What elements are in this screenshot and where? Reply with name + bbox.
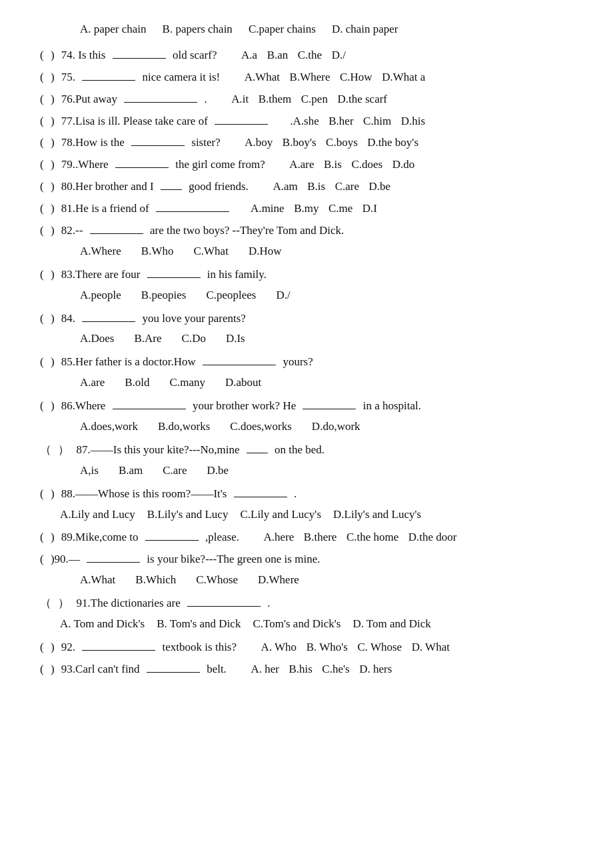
- paren-left: （: [40, 594, 54, 613]
- questions-container: ( ) 74. Is this old scarf? A.a B.an C.th…: [40, 46, 573, 679]
- option-87-0: A,is: [80, 461, 99, 481]
- q-text2: nice camera it is!: [139, 68, 223, 87]
- q-text: 74. Is this: [59, 46, 109, 65]
- option-89-2: C.the home: [340, 528, 398, 547]
- question-80: ( ) 80.Her brother and I good friends. A…: [40, 177, 573, 197]
- question-76: ( ) 76.Put away . A.it B.them C.pen D.th…: [40, 90, 573, 109]
- option-93-0: A. her: [246, 660, 279, 679]
- blank-77[interactable]: [215, 113, 268, 125]
- blank-90[interactable]: [87, 551, 140, 563]
- blank-82[interactable]: [90, 222, 143, 234]
- paren-left: (: [40, 177, 47, 197]
- paren-left: (: [40, 353, 47, 372]
- options-line-85: A.areB.oldC.manyD.about: [40, 373, 573, 393]
- paren-left: （: [40, 441, 54, 460]
- options-line-82: A.WhereB.WhoC.WhatD.How: [40, 242, 573, 261]
- option-85-1: B.old: [125, 373, 149, 393]
- option-74-1: B.an: [261, 46, 288, 65]
- question-88: ( ) 88.——Whose is this room?——It's . A.L…: [40, 485, 573, 525]
- question-83: ( ) 83.There are four in his family. A.p…: [40, 265, 573, 305]
- blank-91[interactable]: [187, 595, 261, 607]
- option-83-1: B.peopies: [141, 286, 187, 305]
- question-77: ( ) 77.Lisa is ill. Please take care of …: [40, 112, 573, 131]
- blank-92[interactable]: [82, 639, 155, 651]
- blank-79[interactable]: [115, 156, 169, 168]
- blank-93[interactable]: [147, 661, 200, 673]
- q-text: 93.Carl can't find: [59, 660, 143, 679]
- option-78-0: A.boy: [240, 133, 273, 153]
- option-77-1: B.her: [323, 112, 354, 131]
- paren-right: ): [51, 90, 55, 109]
- top-option-a: A. paper chain: [80, 20, 147, 39]
- option-93-1: B.his: [283, 660, 312, 679]
- option-93-2: C.he's: [316, 660, 350, 679]
- q-text3: in a hospital.: [360, 397, 421, 416]
- top-options: A. paper chain B. papers chain C.paper c…: [40, 20, 573, 39]
- option-80-1: B.is: [302, 177, 325, 197]
- q-text: 77.Lisa is ill. Please take care of: [59, 112, 211, 131]
- paren-left: (: [40, 528, 47, 547]
- q-text: 86.Where: [59, 397, 109, 416]
- paren-right: ): [51, 155, 55, 175]
- blank-84[interactable]: [82, 310, 135, 322]
- option-81-0: A.mine: [246, 199, 285, 219]
- option-91-3: D. Tom and Dick: [352, 615, 430, 634]
- paren-left: (: [40, 638, 47, 657]
- option-78-1: B.boy's: [277, 133, 316, 153]
- blank-89[interactable]: [145, 529, 199, 541]
- option-84-1: B.Are: [134, 329, 161, 349]
- blank-85[interactable]: [203, 353, 276, 365]
- option-81-1: B.my: [289, 199, 319, 219]
- option-84-2: C.Do: [182, 329, 206, 349]
- blank-80[interactable]: [161, 178, 182, 190]
- q-text2: yours?: [280, 353, 316, 372]
- option-76-1: B.them: [253, 90, 291, 109]
- top-option-b: B. papers chain: [163, 20, 233, 39]
- q-text: )90.—: [48, 550, 83, 569]
- q-text: 75.: [59, 68, 79, 87]
- option-93-3: D. hers: [354, 660, 392, 679]
- options-line-87: A,isB.amC.areD.be: [40, 461, 573, 481]
- q-text2: ,please.: [203, 528, 242, 547]
- paren-right: ): [51, 353, 55, 372]
- blank-78[interactable]: [131, 134, 185, 146]
- option-81-3: D.I: [356, 199, 377, 219]
- option-84-0: A.Does: [80, 329, 114, 349]
- option-74-2: C.the: [292, 46, 322, 65]
- paren-left: (: [40, 397, 47, 416]
- option-89-1: B.there: [298, 528, 336, 547]
- option-78-3: D.the boy's: [362, 133, 418, 153]
- paren-right: ): [51, 46, 55, 65]
- option-86-3: D.do,work: [312, 417, 360, 437]
- q-text2: in his family.: [205, 265, 270, 285]
- blank-87[interactable]: [247, 441, 268, 453]
- option-80-3: D.be: [363, 177, 390, 197]
- blank2-86[interactable]: [303, 397, 356, 409]
- blank-75[interactable]: [82, 69, 135, 81]
- question-84: ( ) 84. you love your parents? A.DoesB.A…: [40, 309, 573, 349]
- paren-left: (: [40, 221, 47, 241]
- option-77-0: .A.she: [285, 112, 319, 131]
- blank-76[interactable]: [124, 91, 197, 103]
- q-text2: .: [201, 90, 210, 109]
- blank-86[interactable]: [113, 397, 186, 409]
- option-88-3: D.Lily's and Lucy's: [333, 505, 421, 525]
- question-line-87: （ ） 87.——Is this your kite?---No,mine on…: [40, 441, 573, 460]
- option-83-3: D./: [276, 286, 290, 305]
- option-92-3: D. What: [406, 638, 450, 657]
- blank-74[interactable]: [113, 47, 166, 59]
- question-75: ( ) 75. nice camera it is! A.What B.Wher…: [40, 68, 573, 87]
- q-text2: are the two boys? --They're Tom and Dick…: [147, 221, 347, 241]
- blank-83[interactable]: [147, 266, 201, 278]
- option-89-3: D.the door: [402, 528, 456, 547]
- q-text2: your brother work? He: [190, 397, 299, 416]
- q-text: 92.: [59, 638, 79, 657]
- question-93: ( ) 93.Carl can't find belt. A. her B.hi…: [40, 660, 573, 679]
- question-line-74: ( ) 74. Is this old scarf? A.a B.an C.th…: [40, 46, 573, 65]
- blank-88[interactable]: [234, 485, 287, 497]
- paren-left: (: [40, 68, 47, 87]
- blank-81[interactable]: [156, 200, 229, 212]
- option-91-1: B. Tom's and Dick: [157, 615, 241, 634]
- paren-right: ): [51, 528, 55, 547]
- option-82-0: A.Where: [80, 242, 121, 261]
